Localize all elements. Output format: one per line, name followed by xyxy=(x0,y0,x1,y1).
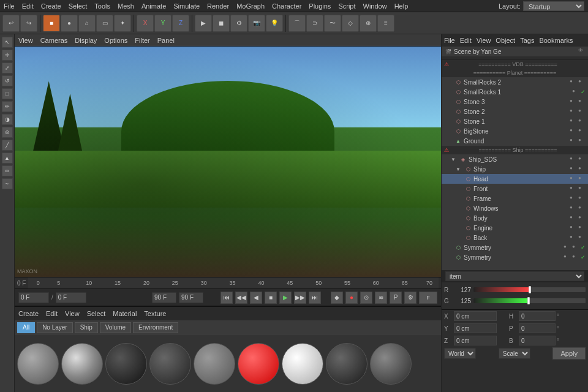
body-eye[interactable]: ● xyxy=(570,214,577,222)
tool-extrude[interactable]: ▲ xyxy=(2,153,13,164)
coord-b-field[interactable] xyxy=(519,336,556,345)
engine-eye[interactable]: ● xyxy=(570,224,577,232)
tree-item-stone1[interactable]: ⬡ Stone 1 ● ● xyxy=(442,116,588,126)
toolbar-spline[interactable]: ⌒ xyxy=(288,15,306,32)
tab-all[interactable]: All xyxy=(17,322,35,333)
toolbar-effector[interactable]: ◇ xyxy=(342,15,359,32)
end-frame-field[interactable] xyxy=(152,292,176,303)
menu-select[interactable]: Select xyxy=(69,2,88,10)
toolbar-render-view[interactable]: ◼ xyxy=(213,15,230,32)
back-eye[interactable]: ● xyxy=(570,234,577,241)
head-eye[interactable]: ● xyxy=(570,175,577,183)
coord-p-field[interactable] xyxy=(519,323,556,333)
toolbar-deform[interactable]: 〜 xyxy=(324,15,341,32)
coord-scale-select[interactable]: Scale xyxy=(499,348,530,359)
vp-menu-panel[interactable]: Panel xyxy=(157,37,175,44)
tree-item-body[interactable]: ⬡ Body ● ● xyxy=(442,213,588,223)
menu-render[interactable]: Render xyxy=(207,2,229,10)
tool-loop[interactable]: ∞ xyxy=(2,165,13,176)
stone2-eye[interactable]: ● xyxy=(570,108,577,115)
layout-select[interactable]: Startup xyxy=(523,1,584,11)
stone2-lock[interactable]: ● xyxy=(578,108,586,115)
ground-lock[interactable]: ● xyxy=(578,137,586,145)
smallrocks2-eye[interactable]: ● xyxy=(570,78,577,86)
material-dark3[interactable] xyxy=(370,343,412,385)
tree-item-windows[interactable]: ⬡ Windows ● ● xyxy=(442,203,588,213)
toolbar-field[interactable]: ⊕ xyxy=(360,15,377,32)
tree-item-bigstone[interactable]: ⬡ BigStone ● ● xyxy=(442,126,588,136)
toolbar-add-plane[interactable]: ▭ xyxy=(96,15,113,32)
r-handle[interactable] xyxy=(529,286,531,293)
toolbar-light[interactable]: 💡 xyxy=(266,15,283,32)
tree-item-scene-root[interactable]: 🎬 Scene by Yan Ge 👁 xyxy=(442,47,588,56)
toolbar-xpresso[interactable]: ≡ xyxy=(377,15,394,32)
coord-h-field[interactable] xyxy=(519,311,556,321)
head-lock[interactable]: ● xyxy=(578,175,586,183)
rt-menu-tags[interactable]: Tags xyxy=(520,37,534,44)
ship-sds-lock[interactable]: ● xyxy=(578,156,586,163)
tree-item-symmetry2[interactable]: ⬡ Symmetry ● ● ✓ xyxy=(442,252,588,262)
menu-edit[interactable]: Edit xyxy=(22,2,34,10)
tool-brush[interactable]: ~ xyxy=(2,178,13,189)
vp-menu-cameras[interactable]: Cameras xyxy=(40,37,68,44)
g-handle[interactable] xyxy=(527,297,530,304)
tree-item-ship[interactable]: ▼ ⬡ Ship ● ● xyxy=(442,164,588,174)
mat-menu-view[interactable]: View xyxy=(65,310,80,317)
tree-item-frame[interactable]: ⬡ Frame ● ● xyxy=(442,194,588,203)
toolbar-nurbs[interactable]: ⊃ xyxy=(306,15,323,32)
vp-menu-filter[interactable]: Filter xyxy=(135,37,149,44)
sym2-lock[interactable]: ● xyxy=(572,254,579,261)
vp-menu-view[interactable]: View xyxy=(18,37,33,44)
stone3-eye[interactable]: ● xyxy=(570,98,577,105)
coord-x-field[interactable] xyxy=(454,311,497,321)
menu-simulate[interactable]: Simulate xyxy=(173,2,200,10)
viewport[interactable]: MAXON xyxy=(15,47,441,277)
windows-eye[interactable]: ● xyxy=(570,205,577,212)
tool-sculpt[interactable]: ◑ xyxy=(2,114,13,125)
scene-vis-eye[interactable]: 👁 xyxy=(578,48,586,55)
play-back-btn[interactable]: ◀ xyxy=(250,292,262,304)
toolbar-render[interactable]: ▶ xyxy=(195,15,212,32)
sym2-eye[interactable]: ● xyxy=(564,254,571,261)
material-white[interactable] xyxy=(282,343,323,385)
stone1-eye[interactable]: ● xyxy=(570,118,577,125)
back-lock[interactable]: ● xyxy=(578,234,586,241)
stone3-lock[interactable]: ● xyxy=(578,98,586,105)
ship-eye[interactable]: ● xyxy=(570,165,577,173)
goto-end-btn[interactable]: ⏭ xyxy=(309,292,321,304)
motion-btn[interactable]: ≋ xyxy=(375,292,387,304)
toolbar-add-cylinder[interactable]: ⌂ xyxy=(78,15,96,32)
toolbar-add-cube[interactable]: ■ xyxy=(43,15,60,32)
tree-item-ship-sds[interactable]: ▼ ◈ Ship_SDS ● ● xyxy=(442,154,588,164)
material-black[interactable] xyxy=(105,343,147,385)
menu-script[interactable]: Script xyxy=(338,2,355,10)
toolbar-redo[interactable]: ↪ xyxy=(20,15,37,32)
toolbar-add-sphere[interactable]: ● xyxy=(61,15,78,32)
start-frame-field[interactable] xyxy=(56,292,86,303)
tab-environment[interactable]: Environment xyxy=(133,322,178,333)
mat-menu-select[interactable]: Select xyxy=(87,310,106,317)
pose-btn[interactable]: P xyxy=(390,292,402,304)
toolbar-render-settings[interactable]: ⚙ xyxy=(230,15,247,32)
ship-sds-expand[interactable]: ▼ xyxy=(449,155,458,164)
toolbar-select-z[interactable]: Z xyxy=(172,15,189,32)
windows-lock[interactable]: ● xyxy=(578,205,586,212)
record-btn[interactable]: ● xyxy=(345,292,358,304)
bigstone-eye[interactable]: ● xyxy=(570,127,577,135)
menu-create[interactable]: Create xyxy=(41,2,61,10)
tool-scale[interactable]: ⤢ xyxy=(2,62,13,74)
total-frames-field[interactable] xyxy=(179,292,203,303)
fps-display-btn[interactable]: F xyxy=(419,292,437,304)
menu-plugins[interactable]: Plugins xyxy=(309,2,331,10)
tool-move[interactable]: ✛ xyxy=(2,50,13,61)
coord-world-select[interactable]: World xyxy=(444,348,476,359)
sym1-lock[interactable]: ● xyxy=(572,244,579,251)
tree-item-back[interactable]: ⬡ Back ● ● xyxy=(442,233,588,243)
menu-mesh[interactable]: Mesh xyxy=(118,2,134,10)
tab-ship[interactable]: Ship xyxy=(75,322,98,333)
front-eye[interactable]: ● xyxy=(570,185,577,192)
mat-menu-create[interactable]: Create xyxy=(18,310,39,317)
toolbar-undo[interactable]: ↩ xyxy=(2,15,20,32)
anim-options-btn[interactable]: ⚙ xyxy=(404,292,417,304)
tool-cursor[interactable]: ↖ xyxy=(2,37,13,48)
